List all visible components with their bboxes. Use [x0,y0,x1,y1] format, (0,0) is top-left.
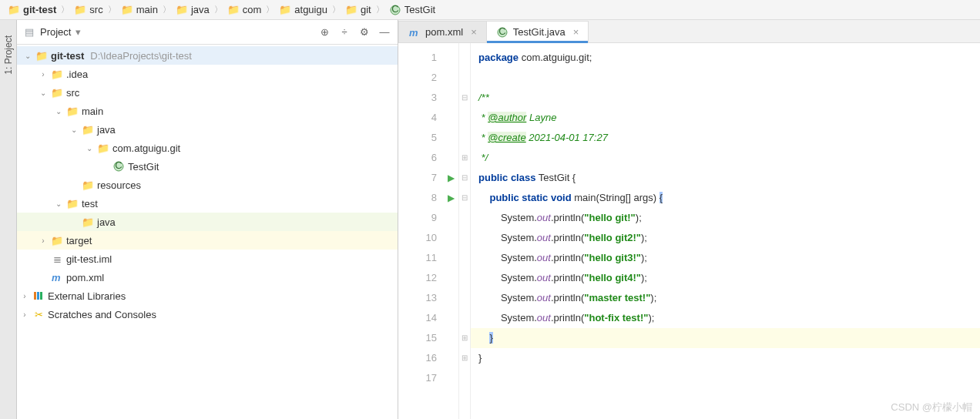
code-line[interactable]: System.out.println("hello git2!"); [478,228,980,248]
code-line[interactable]: */ [478,148,980,168]
tree-row[interactable]: ›📁.idea [17,65,398,83]
tree-row[interactable]: 📁resources [17,176,398,194]
line-number: 3 [398,88,437,108]
project-title: Project [40,26,71,38]
line-number: 8 [398,188,437,208]
editor-area: mpom.xml×CTestGit.java× 1234567891011121… [398,20,980,419]
breadcrumb-item[interactable]: CTestGit [386,4,438,15]
code-line[interactable] [478,68,980,88]
line-number: 5 [398,128,437,148]
code-area[interactable]: 1234567891011121314151617 ▶▶ ⊟⊞⊟⊟⊞⊞ pack… [398,43,980,419]
breadcrumb-item[interactable]: 📁atguigu [276,4,331,15]
code-content[interactable]: package com.atguigu.git; /** * @author L… [471,43,980,419]
tree-label: Scratches and Consoles [48,309,156,320]
code-line[interactable]: System.out.println("master test!"); [478,288,980,308]
chevron-right-icon: 〉 [214,4,223,15]
tree-label: src [66,87,79,99]
breadcrumb-label: git-test [23,4,56,15]
tree-label: External Libraries [48,290,126,302]
tree-twisty[interactable]: › [39,236,48,245]
tree-twisty[interactable]: ⌄ [39,89,48,97]
svg-rect-6 [37,292,39,300]
code-line[interactable]: /** [478,88,980,108]
tree-twisty[interactable]: ⌄ [54,107,63,116]
code-line[interactable]: System.out.println("hello git3!"); [478,248,980,268]
fold-icon[interactable]: ⊟ [459,88,470,108]
breadcrumb-item[interactable]: 📁git-test [5,4,59,15]
code-line[interactable]: System.out.println("hot-fix test!"); [478,308,980,328]
svg-text:C: C [115,161,122,171]
code-line[interactable]: System.out.println("hello git!"); [478,208,980,228]
gear-icon[interactable]: ⚙ [357,26,371,38]
tree-row[interactable]: ⌄📁com.atguigu.git [17,139,398,157]
tree-row[interactable]: mpom.xml [17,268,398,287]
tree-row[interactable]: ≣git-test.iml [17,250,398,268]
expand-icon[interactable]: ÷ [337,26,351,38]
editor-tab[interactable]: mpom.xml× [398,21,487,42]
project-tree[interactable]: ⌄📁git-testD:\IdeaProjects\git-test›📁.ide… [17,45,398,419]
tree-row[interactable]: CTestGit [17,157,398,176]
tree-row[interactable]: ⌄📁main [17,102,398,120]
folder-icon: 📁 [176,5,188,15]
line-number: 14 [398,308,437,328]
breadcrumb-item[interactable]: 📁main [118,4,161,15]
tree-twisty[interactable]: ⌄ [69,126,79,134]
tree-row[interactable]: ⌄📁test [17,194,398,213]
tree-row[interactable]: ›📁target [17,231,398,250]
tree-row[interactable]: 📁java [17,213,398,231]
project-tool-tab[interactable]: 1: Project [3,35,14,75]
chevron-right-icon: 〉 [61,4,69,15]
code-line[interactable]: public class TestGit { [478,168,980,188]
line-number: 16 [398,348,437,368]
tree-row[interactable]: ⌄📁src [17,83,398,102]
run-gutter[interactable]: ▶▶ [443,43,458,419]
locate-icon[interactable]: ⊕ [317,26,331,38]
tree-row[interactable]: ›External Libraries [17,287,398,305]
line-number: 17 [398,368,437,388]
run-icon[interactable]: ▶ [443,188,458,208]
breadcrumb-item[interactable]: 📁git [342,4,374,15]
folder-icon: 📁 [345,5,357,15]
tree-twisty[interactable]: ⌄ [54,199,63,208]
code-line[interactable]: * @author Layne [478,108,980,128]
close-icon[interactable]: × [573,26,579,38]
run-icon[interactable]: ▶ [443,168,458,188]
tree-twisty[interactable]: ⌄ [85,144,94,153]
folder-icon: 📁 [82,216,94,227]
chevron-right-icon: 〉 [108,4,116,15]
fold-icon[interactable]: ⊟ [459,188,470,208]
breadcrumb-item[interactable]: 📁src [71,4,106,15]
close-icon[interactable]: × [471,26,477,38]
fold-gutter[interactable]: ⊟⊞⊟⊟⊞⊞ [458,43,471,419]
tree-row[interactable]: ⌄📁git-testD:\IdeaProjects\git-test [17,46,398,65]
breadcrumb-label: main [136,4,158,15]
fold-icon[interactable]: ⊟ [459,168,470,188]
code-line[interactable]: * @create 2021-04-01 17:27 [478,128,980,148]
editor-tabs: mpom.xml×CTestGit.java× [398,20,980,43]
hide-icon[interactable]: — [378,26,391,38]
svg-text:m: m [52,272,61,283]
tree-twisty[interactable]: ⌄ [23,52,32,60]
code-line[interactable]: System.out.println("hello git4!"); [478,268,980,288]
tree-twisty[interactable]: › [39,70,48,79]
code-line[interactable]: package com.atguigu.git; [478,48,980,68]
code-line[interactable]: } [478,348,980,368]
project-panel: ▤ Project ▾ ⊕ ÷ ⚙ — ⌄📁git-testD:\IdeaPro… [17,20,398,419]
code-line[interactable]: public static void main(String[] args) { [478,188,980,208]
tree-row[interactable]: ›✂Scratches and Consoles [17,305,398,323]
editor-tab[interactable]: CTestGit.java× [486,21,589,42]
breadcrumb-item[interactable]: 📁java [173,4,213,15]
tree-twisty[interactable]: › [20,310,29,319]
fold-icon[interactable]: ⊞ [459,148,470,168]
breadcrumb-item[interactable]: 📁com [224,4,265,15]
code-line[interactable] [478,368,980,388]
tree-row[interactable]: ⌄📁java [17,120,398,139]
file-icon: ≣ [51,253,63,264]
svg-text:m: m [409,27,418,38]
dropdown-icon[interactable]: ▾ [76,26,81,38]
tree-twisty[interactable]: › [20,292,29,300]
folder-icon: 📁 [51,87,63,98]
fold-icon[interactable]: ⊞ [459,348,470,368]
fold-icon[interactable]: ⊞ [459,328,470,348]
code-line[interactable]: } [471,328,980,348]
